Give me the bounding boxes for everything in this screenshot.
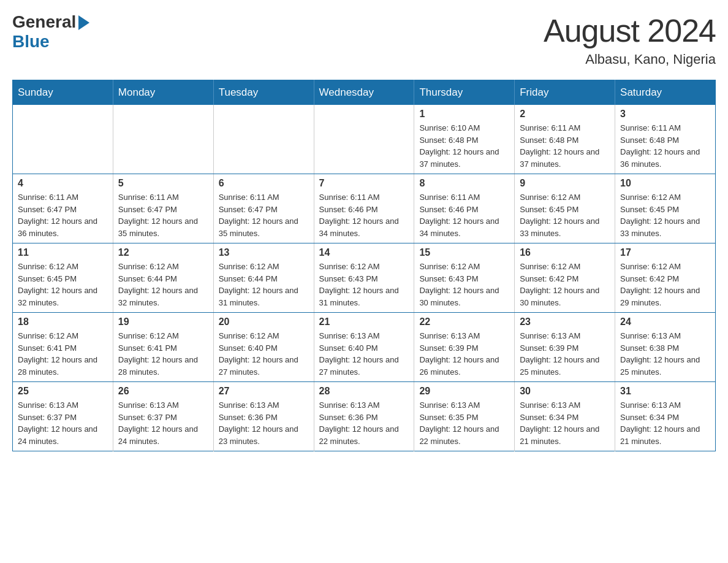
day-number: 13 <box>219 247 309 258</box>
day-info-line: Daylight: 12 hours and 24 minutes. <box>18 423 108 447</box>
day-info-line: Sunset: 6:37 PM <box>118 412 208 424</box>
day-number: 6 <box>219 178 309 189</box>
day-info-line: Sunset: 6:47 PM <box>118 204 208 216</box>
day-info-line: Daylight: 12 hours and 24 minutes. <box>118 423 208 447</box>
day-info-line: Sunset: 6:39 PM <box>520 342 610 354</box>
day-info-line: Daylight: 12 hours and 27 minutes. <box>219 354 309 378</box>
calendar-cell-week3-day4: 14Sunrise: 6:12 AMSunset: 6:43 PMDayligh… <box>314 243 414 313</box>
day-number: 31 <box>620 386 710 397</box>
day-info-line: Daylight: 12 hours and 27 minutes. <box>319 354 409 378</box>
page-header: General Blue August 2024 Albasu, Kano, N… <box>12 12 716 67</box>
calendar-cell-week5-day1: 25Sunrise: 6:13 AMSunset: 6:37 PMDayligh… <box>13 382 113 451</box>
day-info-line: Sunset: 6:40 PM <box>319 342 409 354</box>
day-info-line: Daylight: 12 hours and 25 minutes. <box>620 354 710 378</box>
day-number: 3 <box>620 109 710 120</box>
day-info-line: Daylight: 12 hours and 28 minutes. <box>18 354 108 378</box>
logo-arrow-icon <box>78 15 89 30</box>
day-info-line: Sunrise: 6:10 AM <box>419 122 509 134</box>
day-number: 21 <box>319 316 409 327</box>
day-info-line: Sunset: 6:42 PM <box>620 273 710 285</box>
day-info-line: Daylight: 12 hours and 25 minutes. <box>520 354 610 378</box>
day-number: 7 <box>319 178 409 189</box>
calendar-week-3: 11Sunrise: 6:12 AMSunset: 6:45 PMDayligh… <box>13 243 716 313</box>
day-info-line: Daylight: 12 hours and 32 minutes. <box>18 285 108 308</box>
day-info-line: Sunset: 6:47 PM <box>219 204 309 216</box>
calendar-table: SundayMondayTuesdayWednesdayThursdayFrid… <box>12 80 716 451</box>
day-info-line: Daylight: 12 hours and 21 minutes. <box>620 423 710 447</box>
day-info-line: Daylight: 12 hours and 31 minutes. <box>319 285 409 308</box>
day-info-line: Daylight: 12 hours and 31 minutes. <box>219 285 309 308</box>
day-info-line: Daylight: 12 hours and 35 minutes. <box>219 215 309 239</box>
day-info-line: Sunrise: 6:13 AM <box>18 399 108 412</box>
day-info-line: Sunrise: 6:12 AM <box>620 191 710 204</box>
calendar-cell-week5-day5: 29Sunrise: 6:13 AMSunset: 6:35 PMDayligh… <box>414 382 515 451</box>
location-title: Albasu, Kano, Nigeria <box>544 52 716 67</box>
calendar-cell-week5-day7: 31Sunrise: 6:13 AMSunset: 6:34 PMDayligh… <box>615 382 716 451</box>
day-number: 19 <box>118 316 208 327</box>
calendar-cell-week1-day5: 1Sunrise: 6:10 AMSunset: 6:48 PMDaylight… <box>414 105 515 174</box>
calendar-header-friday: Friday <box>515 80 615 105</box>
day-info-line: Sunrise: 6:12 AM <box>520 261 610 273</box>
day-info-line: Sunset: 6:48 PM <box>620 134 710 147</box>
day-info-line: Daylight: 12 hours and 36 minutes. <box>18 215 108 239</box>
day-info-line: Sunset: 6:34 PM <box>620 412 710 424</box>
calendar-cell-week4-day1: 18Sunrise: 6:12 AMSunset: 6:41 PMDayligh… <box>13 313 113 382</box>
day-info-line: Sunrise: 6:11 AM <box>18 191 108 204</box>
day-info-line: Sunrise: 6:12 AM <box>18 330 108 342</box>
day-info-line: Sunset: 6:35 PM <box>419 412 509 424</box>
day-info-line: Sunset: 6:37 PM <box>18 412 108 424</box>
day-info-line: Sunrise: 6:12 AM <box>118 330 208 342</box>
day-number: 9 <box>520 178 610 189</box>
day-number: 11 <box>18 247 108 258</box>
day-info-line: Sunrise: 6:11 AM <box>520 122 610 134</box>
day-number: 26 <box>118 386 208 397</box>
logo: General Blue <box>12 12 89 52</box>
day-info-line: Daylight: 12 hours and 36 minutes. <box>620 146 710 170</box>
day-number: 4 <box>18 178 108 189</box>
calendar-cell-week4-day5: 22Sunrise: 6:13 AMSunset: 6:39 PMDayligh… <box>414 313 515 382</box>
month-title: August 2024 <box>544 12 716 49</box>
day-info-line: Sunset: 6:36 PM <box>319 412 409 424</box>
day-number: 8 <box>419 178 509 189</box>
day-info-line: Daylight: 12 hours and 37 minutes. <box>419 146 509 170</box>
calendar-cell-week2-day6: 9Sunrise: 6:12 AMSunset: 6:45 PMDaylight… <box>515 174 615 243</box>
day-info-line: Daylight: 12 hours and 26 minutes. <box>419 354 509 378</box>
day-info-line: Sunset: 6:41 PM <box>18 342 108 354</box>
calendar-cell-week2-day5: 8Sunrise: 6:11 AMSunset: 6:46 PMDaylight… <box>414 174 515 243</box>
day-number: 29 <box>419 386 509 397</box>
calendar-header-tuesday: Tuesday <box>213 80 314 105</box>
day-info-line: Daylight: 12 hours and 28 minutes. <box>118 354 208 378</box>
calendar-header-saturday: Saturday <box>615 80 716 105</box>
day-info-line: Sunset: 6:48 PM <box>520 134 610 147</box>
day-info-line: Sunset: 6:44 PM <box>118 273 208 285</box>
day-info-line: Daylight: 12 hours and 22 minutes. <box>419 423 509 447</box>
calendar-cell-week5-day6: 30Sunrise: 6:13 AMSunset: 6:34 PMDayligh… <box>515 382 615 451</box>
calendar-week-4: 18Sunrise: 6:12 AMSunset: 6:41 PMDayligh… <box>13 313 716 382</box>
day-info-line: Sunset: 6:36 PM <box>219 412 309 424</box>
calendar-cell-week4-day7: 24Sunrise: 6:13 AMSunset: 6:38 PMDayligh… <box>615 313 716 382</box>
day-info-line: Sunset: 6:41 PM <box>118 342 208 354</box>
day-number: 20 <box>219 316 309 327</box>
day-number: 16 <box>520 247 610 258</box>
day-info-line: Sunset: 6:44 PM <box>219 273 309 285</box>
day-info-line: Sunrise: 6:13 AM <box>419 330 509 342</box>
day-info-line: Daylight: 12 hours and 29 minutes. <box>620 285 710 308</box>
day-info-line: Sunset: 6:48 PM <box>419 134 509 147</box>
calendar-week-5: 25Sunrise: 6:13 AMSunset: 6:37 PMDayligh… <box>13 382 716 451</box>
day-number: 23 <box>520 316 610 327</box>
day-info-line: Sunrise: 6:11 AM <box>118 191 208 204</box>
day-info-line: Sunrise: 6:13 AM <box>620 399 710 412</box>
calendar-header-thursday: Thursday <box>414 80 515 105</box>
day-info-line: Sunset: 6:39 PM <box>419 342 509 354</box>
calendar-cell-week1-day6: 2Sunrise: 6:11 AMSunset: 6:48 PMDaylight… <box>515 105 615 174</box>
day-info-line: Daylight: 12 hours and 34 minutes. <box>419 215 509 239</box>
day-info-line: Daylight: 12 hours and 37 minutes. <box>520 146 610 170</box>
calendar-cell-week2-day1: 4Sunrise: 6:11 AMSunset: 6:47 PMDaylight… <box>13 174 113 243</box>
calendar-cell-week1-day1 <box>13 105 113 174</box>
calendar-cell-week3-day5: 15Sunrise: 6:12 AMSunset: 6:43 PMDayligh… <box>414 243 515 313</box>
day-info-line: Sunset: 6:34 PM <box>520 412 610 424</box>
day-info-line: Sunset: 6:46 PM <box>319 204 409 216</box>
day-info-line: Sunrise: 6:12 AM <box>419 261 509 273</box>
day-info-line: Daylight: 12 hours and 35 minutes. <box>118 215 208 239</box>
calendar-cell-week1-day7: 3Sunrise: 6:11 AMSunset: 6:48 PMDaylight… <box>615 105 716 174</box>
